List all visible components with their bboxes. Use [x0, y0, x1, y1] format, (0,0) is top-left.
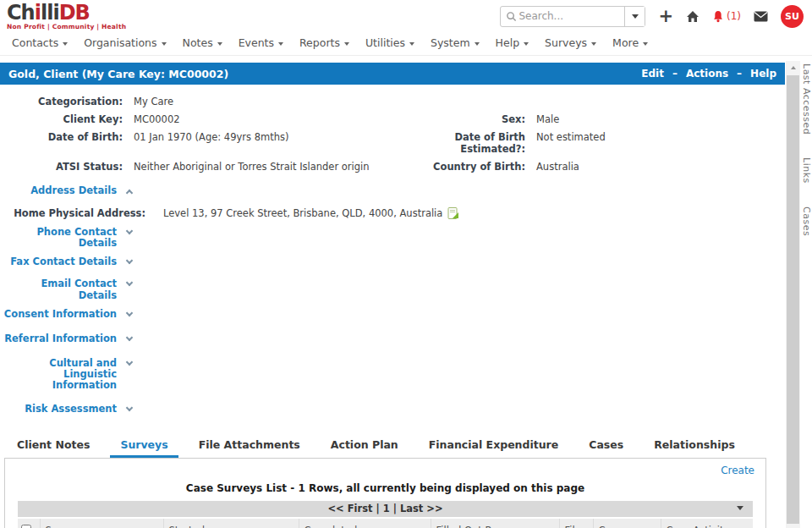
- survey-list-title: Case Surveys List - 1 Rows, all currentl…: [5, 482, 765, 494]
- separator: –: [672, 68, 678, 80]
- field-label: Categorisation:: [0, 96, 123, 107]
- chevron-down-icon: [126, 257, 133, 264]
- tab-financial-expenditure[interactable]: Financial Expenditure: [419, 435, 569, 458]
- chevron-down-icon: [162, 42, 167, 46]
- notifications-button[interactable]: (1): [712, 10, 741, 23]
- menu-surveys[interactable]: Surveys: [545, 36, 596, 49]
- column-header-files[interactable]: Files: [559, 519, 593, 528]
- column-header-survey[interactable]: Survey: [40, 519, 163, 528]
- home-physical-address-field: Home Physical Address: Level 13, 97 Cree…: [0, 207, 785, 219]
- tab-client-notes[interactable]: Client Notes: [7, 435, 100, 458]
- field-value: Level 13, 97 Creek Street, Brisbane, QLD…: [163, 207, 442, 219]
- create-survey-link[interactable]: Create: [721, 465, 754, 476]
- column-header-filled-out-by[interactable]: Filled Out By: [431, 519, 559, 528]
- field-value: Australia: [536, 161, 785, 173]
- tab-action-plan[interactable]: Action Plan: [321, 435, 409, 458]
- column-header-case-activity[interactable]: Case Activity: [661, 519, 753, 528]
- menu-more[interactable]: More: [612, 36, 648, 49]
- column-header-started[interactable]: Started: [163, 519, 299, 528]
- help-link[interactable]: Help: [750, 68, 776, 80]
- chevron-down-icon: [63, 42, 68, 46]
- record-tabs: Client Notes Surveys File Attachments Ac…: [7, 435, 785, 458]
- section-phone-contact-details[interactable]: Phone Contact Details: [0, 227, 785, 249]
- search-icon: [501, 11, 518, 22]
- collapsible-sections: Address Details Home Physical Address: L…: [0, 185, 785, 418]
- search-options-button[interactable]: [624, 7, 645, 26]
- field-value: Male: [536, 113, 785, 125]
- plus-icon: +: [658, 8, 673, 25]
- record-title-bar: Gold, Client (My Care Key: MC00002) Edit…: [0, 63, 785, 85]
- edit-link[interactable]: Edit: [641, 68, 664, 80]
- menu-system[interactable]: System: [431, 36, 480, 49]
- side-tab-cases[interactable]: Cases: [800, 206, 812, 236]
- app-logo[interactable]: ChilliDB Non Profit | Community | Health: [7, 3, 126, 30]
- chevron-down-icon[interactable]: [737, 506, 743, 510]
- field-label: Date of Birth Estimated?:: [417, 131, 525, 155]
- chevron-down-icon: [126, 279, 133, 286]
- tab-relationships[interactable]: Relationships: [644, 435, 745, 458]
- side-tab-links[interactable]: Links: [800, 157, 812, 184]
- menu-organisations[interactable]: Organisations: [84, 36, 166, 49]
- chevron-down-icon: [524, 42, 529, 46]
- main-menu: Contacts Organisations Notes Events Repo…: [0, 30, 812, 56]
- section-risk-assessment[interactable]: Risk Assessment: [0, 404, 785, 418]
- menu-events[interactable]: Events: [239, 36, 283, 49]
- chevron-down-icon: [126, 359, 133, 366]
- chevron-down-icon: [217, 42, 222, 46]
- chevron-up-icon: [791, 66, 796, 69]
- pagination-text[interactable]: << First | 1 | Last >>: [327, 503, 442, 514]
- section-cultural-linguistic-information[interactable]: Cultural and Linguistic Information: [0, 358, 785, 392]
- envelope-icon: [754, 11, 768, 22]
- chevron-up-icon: [126, 190, 133, 196]
- chevron-down-icon: [126, 404, 133, 410]
- field-label: Client Key:: [0, 113, 123, 125]
- menu-reports[interactable]: Reports: [299, 36, 349, 49]
- quick-add-button[interactable]: +: [658, 8, 673, 25]
- section-fax-contact-details[interactable]: Fax Contact Details: [0, 256, 785, 271]
- tab-cases[interactable]: Cases: [579, 435, 634, 458]
- menu-help[interactable]: Help: [496, 36, 529, 49]
- field-value: My Care: [134, 96, 406, 107]
- section-address-details[interactable]: Address Details: [0, 185, 785, 200]
- search-input[interactable]: [518, 10, 624, 22]
- tab-file-attachments[interactable]: File Attachments: [189, 435, 310, 458]
- chevron-down-icon: [591, 42, 596, 46]
- client-record: Categorisation: My Care Client Key: MC00…: [0, 85, 785, 528]
- chevron-down-icon: [126, 334, 133, 341]
- menu-contacts[interactable]: Contacts: [12, 36, 68, 49]
- user-avatar[interactable]: SU: [781, 5, 804, 28]
- app-logo-text: ChilliDB: [7, 3, 126, 23]
- field-label: Country of Birth:: [417, 161, 525, 173]
- section-consent-information[interactable]: Consent Information: [0, 309, 785, 323]
- chevron-down-icon: [409, 42, 414, 46]
- bell-icon: [712, 10, 724, 23]
- section-referral-information[interactable]: Referral Information: [0, 333, 785, 348]
- column-header-completed[interactable]: Completed: [299, 519, 431, 528]
- scrollbar-thumb[interactable]: [787, 75, 799, 524]
- app-logo-tagline: Non Profit | Community | Health: [7, 24, 126, 30]
- menu-utilities[interactable]: Utilities: [365, 36, 414, 49]
- menu-notes[interactable]: Notes: [183, 36, 222, 49]
- field-value: Neither Aboriginal or Torres Strait Isla…: [134, 161, 406, 173]
- field-value: MC00002: [134, 113, 406, 125]
- vertical-scrollbar[interactable]: [786, 61, 800, 528]
- chevron-down-icon: [126, 228, 133, 234]
- chevron-down-icon: [643, 42, 648, 46]
- map-icon[interactable]: [447, 207, 459, 219]
- tab-surveys[interactable]: Surveys: [110, 435, 178, 458]
- side-tab-last-accessed[interactable]: Last Accessed: [800, 63, 812, 135]
- field-label: Date of Birth:: [0, 131, 123, 143]
- home-icon: [686, 10, 700, 23]
- chevron-down-icon: [278, 42, 283, 46]
- column-header-case[interactable]: Case: [593, 519, 661, 528]
- select-all-checkbox[interactable]: [21, 525, 31, 528]
- scroll-up-button[interactable]: [786, 61, 800, 74]
- top-bar: ChilliDB Non Profit | Community | Health…: [0, 0, 812, 30]
- chevron-down-icon: [475, 42, 480, 46]
- messages-button[interactable]: [754, 11, 768, 22]
- notification-count: (1): [727, 10, 741, 22]
- home-button[interactable]: [686, 10, 700, 23]
- section-email-contact-details[interactable]: Email Contact Details: [0, 278, 785, 300]
- actions-link[interactable]: Actions: [686, 68, 728, 80]
- pagination-bar-top[interactable]: << First | 1 | Last >>: [18, 501, 753, 517]
